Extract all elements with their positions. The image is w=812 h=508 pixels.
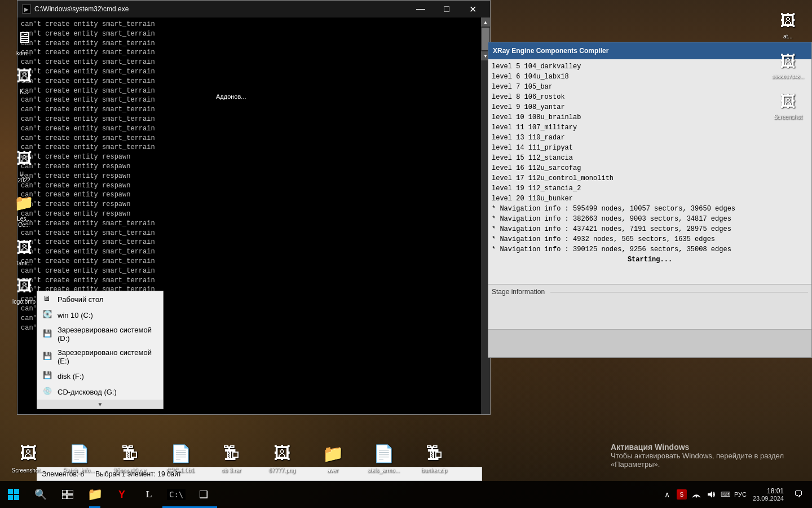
taskbar-file-explorer[interactable]: 📁 [81,481,108,508]
drive-d-icon: 💾 [43,329,53,339]
bottom-icon-screenshot[interactable]: 🖼 Screenshot... [6,441,51,474]
desktop-icon-tank[interactable]: 🖼 Tank... [0,233,48,270]
cmd-maximize-button[interactable]: □ [434,1,460,17]
xray-bottom-panel [488,329,811,357]
bottom-icon-ob3[interactable]: 🗜 ob 3.rar [209,441,254,474]
desktop-icon-screenshot[interactable]: 🖼 Screenshot [769,86,806,124]
logo-label: logo.bmp [12,299,36,305]
bottom-icon-patch[interactable]: 📄 Patch_Info... [56,441,102,474]
context-menu-item-d[interactable]: 💾 Зарезервировано системой (D:) [37,323,163,345]
cmd-line: can't create entity respawn [21,152,478,162]
xray-log-line: * Navigation info : 382663 nodes, 9003 s… [492,214,808,224]
context-menu-item-f[interactable]: 💾 disk (F:) [37,368,163,384]
cmd-close-button[interactable]: ✕ [460,1,486,17]
svg-rect-1 [14,489,19,494]
desktop-icon-at[interactable]: 🖼 at... [769,6,806,43]
les-label: Les...Ce... [17,216,30,228]
windows-taskbar-icon: ❑ [199,488,208,501]
bottom-icon-bunker[interactable]: 🗜 bunker.zip [412,441,457,474]
bottom-icon-67777[interactable]: 🖼 67777.png [259,441,304,474]
desktop-icon-u[interactable]: 🖼 U...2022 [0,143,48,187]
screenshot-bottom-icon: 🖼 [16,441,41,466]
bottom-icon-stels[interactable]: 📄 stels_armo... [361,441,406,474]
taskbar-windows-btn[interactable]: ❑ [190,481,217,508]
cmd-scroll-up[interactable]: ▲ [481,17,490,27]
logo-icon: 🖼 [13,274,36,297]
notification-button[interactable]: 🗨 [789,481,807,508]
desktop-icon-les[interactable]: 📁 Les...Ce... [0,188,48,231]
taskbar-clock[interactable]: 18:01 23.09.2024 [748,487,788,502]
file-explorer-icon: 📁 [87,487,103,502]
cmd-line: can't create entity smart_terrain [21,229,478,238]
k-icon: 🖼 [13,64,36,87]
context-menu-item-c[interactable]: 💽 win 10 (C:) [37,307,163,323]
context-menu-item-e[interactable]: 💾 Зарезервировано системой (E:) [37,345,163,368]
tray-lang[interactable]: РУС [734,488,747,501]
taskbar-cmd-running[interactable]: C:\ [162,481,190,508]
svg-rect-4 [62,490,67,494]
volume-icon [707,490,716,499]
cmd-line: can't create entity smart_terrain [21,238,478,247]
activation-watermark: Активация Windows Чтобы активировать Win… [611,443,784,468]
taskbar-yandex-browser[interactable]: Y [108,481,135,508]
xray-log-line: * Navigation info : 595499 nodes, 10057 … [492,204,808,214]
drive-c-icon: 💽 [43,310,53,320]
67777-icon: 🖼 [270,441,294,466]
task-view-button[interactable] [54,481,81,508]
bottom-icon-3borka[interactable]: 🗜 3борка10.rar [107,441,152,474]
cmd-line: can't create entity smart_terrain [21,219,478,229]
desktop-icon-k[interactable]: 🖼 K... [0,61,48,98]
cmd-line: can't create entity smart_terrain [21,124,478,134]
xray-log-line: * Navigation info : 4932 nodes, 565 sect… [492,234,808,244]
xray-log-output: level 5 104_darkvalley level 6 104u_labx… [488,59,811,284]
patch-icon: 📄 [67,441,91,466]
kom-icon: 🖥 [13,26,36,49]
les-icon: 📁 [13,191,36,214]
cmd-line: can't create entity smart_terrain [21,115,478,124]
cmd-line: can't create entity respawn [21,172,478,181]
desktop-icon-1586[interactable]: 🖼 1586017348... [769,46,806,83]
xray-titlebar: XRay Engine Components Compiler [488,42,811,59]
tray-network[interactable] [690,488,703,501]
tray-volume[interactable] [704,488,718,501]
taskbar: 🔍 📁 Y L C:\ [0,481,812,508]
cmd-minimize-button[interactable]: — [408,1,434,17]
tray-stalker-icon[interactable]: S [675,488,689,501]
left-desktop-icons: 🖥 kom... 🖼 K... 🖼 U...2022 📁 Les...Ce...… [0,23,48,309]
kom-label: kom... [16,50,32,56]
xray-log-line: level 8 106_rostok [492,92,808,102]
taskbar-search-button[interactable]: 🔍 [27,481,54,508]
context-menu-item-desktop[interactable]: 🖥 Рабочий стол [37,291,163,307]
addons-button[interactable]: Аддонов... [211,91,251,102]
start-button[interactable] [0,481,27,508]
svg-rect-7 [68,495,73,499]
taskbar-launcher[interactable]: L [135,481,162,508]
tray-keyboard[interactable]: ⌨ [719,488,732,501]
screenshot-icon-label: Screenshot [774,114,802,120]
cmd-titlebar: ▶ C:\Windows\system32\cmd.exe — □ ✕ [17,1,490,17]
bottom-icon-cpc[interactable]: 📄 CPC-1.0b1 [158,441,203,474]
svg-rect-6 [62,495,67,499]
cpc-label: CPC-1.0b1 [166,467,194,474]
screenshot-bottom-label: Screenshot... [12,467,45,474]
svg-rect-0 [8,489,13,494]
clock-date: 23.09.2024 [753,495,784,502]
3borka-label: 3борка10.rar [113,467,147,474]
bottom-icon-aver[interactable]: 📁 aver [310,441,355,474]
cmd-line: can't create entity smart_terrain [21,134,478,143]
context-menu-item-g[interactable]: 💿 CD-дисковод (G:) [37,384,163,400]
cmd-line: can't create entity respawn [21,181,478,191]
cmd-line: can't create entity respawn [21,209,478,219]
u-icon: 🖼 [13,147,36,169]
desktop-icon-kom[interactable]: 🖥 kom... [0,23,48,60]
context-menu-scroll-down[interactable]: ▼ [37,400,163,409]
cmd-taskbar-icon: C:\ [167,489,186,500]
cmd-line: can't create entity smart_terrain [21,257,478,266]
xray-log-line: Starting... [492,255,808,265]
tray-show-hidden[interactable]: ∧ [660,488,674,501]
xray-log-line: level 5 104_darkvalley [492,62,808,72]
xray-log-line: level 17 112u_control_monolith [492,173,808,183]
stels-label: stels_armo... [367,467,399,474]
xray-window: XRay Engine Components Compiler level 5 … [488,42,812,358]
tank-icon: 🖼 [13,236,36,259]
